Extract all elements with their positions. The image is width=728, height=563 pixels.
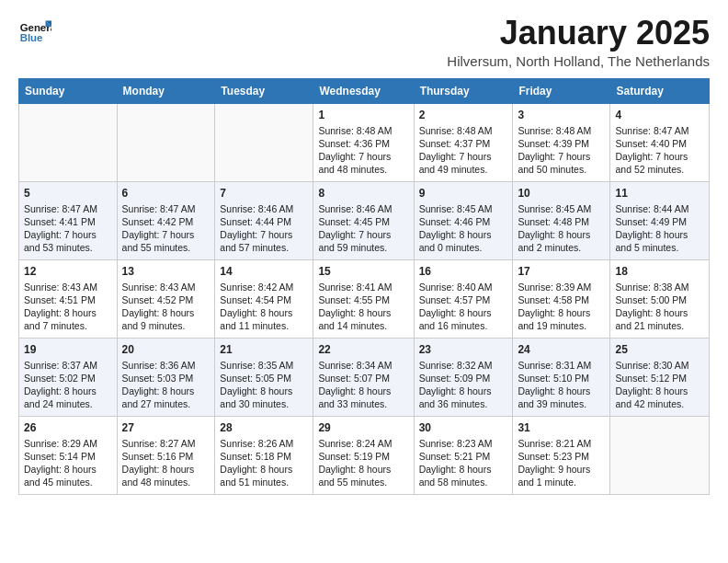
- table-row: 28Sunrise: 8:26 AM Sunset: 5:18 PM Dayli…: [215, 416, 313, 494]
- day-number: 21: [220, 342, 308, 357]
- day-info: Sunrise: 8:27 AM Sunset: 5:16 PM Dayligh…: [122, 437, 210, 489]
- day-number: 28: [220, 420, 308, 435]
- day-info: Sunrise: 8:42 AM Sunset: 4:54 PM Dayligh…: [220, 281, 308, 333]
- table-row: 2Sunrise: 8:48 AM Sunset: 4:37 PM Daylig…: [414, 103, 513, 181]
- table-row: 25Sunrise: 8:30 AM Sunset: 5:12 PM Dayli…: [610, 338, 710, 416]
- day-number: 14: [220, 264, 308, 279]
- day-number: 16: [419, 264, 508, 279]
- day-number: 29: [318, 420, 408, 435]
- location: Hilversum, North Holland, The Netherland…: [447, 53, 710, 69]
- header: General Blue January 2025 Hilversum, Nor…: [18, 15, 710, 69]
- calendar-week-row: 26Sunrise: 8:29 AM Sunset: 5:14 PM Dayli…: [19, 416, 710, 494]
- day-number: 10: [518, 186, 605, 201]
- day-info: Sunrise: 8:44 AM Sunset: 4:49 PM Dayligh…: [615, 202, 704, 255]
- day-number: 26: [24, 420, 112, 435]
- day-info: Sunrise: 8:29 AM Sunset: 5:14 PM Dayligh…: [24, 437, 112, 489]
- day-info: Sunrise: 8:48 AM Sunset: 4:37 PM Dayligh…: [419, 124, 508, 177]
- table-row: 12Sunrise: 8:43 AM Sunset: 4:51 PM Dayli…: [19, 259, 118, 338]
- day-number: 4: [615, 108, 704, 122]
- table-row: 10Sunrise: 8:45 AM Sunset: 4:48 PM Dayli…: [513, 181, 610, 259]
- table-row: 26Sunrise: 8:29 AM Sunset: 5:14 PM Dayli…: [19, 416, 118, 494]
- day-info: Sunrise: 8:21 AM Sunset: 5:23 PM Dayligh…: [518, 437, 605, 489]
- table-row: 19Sunrise: 8:37 AM Sunset: 5:02 PM Dayli…: [19, 338, 118, 416]
- table-row: [19, 103, 118, 181]
- table-row: 21Sunrise: 8:35 AM Sunset: 5:05 PM Dayli…: [215, 338, 313, 416]
- day-number: 5: [24, 186, 112, 201]
- day-info: Sunrise: 8:35 AM Sunset: 5:05 PM Dayligh…: [220, 359, 308, 411]
- table-row: 11Sunrise: 8:44 AM Sunset: 4:49 PM Dayli…: [610, 181, 710, 259]
- table-row: [215, 103, 313, 181]
- day-info: Sunrise: 8:48 AM Sunset: 4:36 PM Dayligh…: [318, 124, 408, 177]
- day-info: Sunrise: 8:38 AM Sunset: 5:00 PM Dayligh…: [615, 281, 704, 333]
- table-row: 7Sunrise: 8:46 AM Sunset: 4:44 PM Daylig…: [215, 181, 313, 259]
- day-number: 17: [518, 264, 605, 279]
- day-number: 11: [615, 186, 704, 201]
- table-row: 9Sunrise: 8:45 AM Sunset: 4:46 PM Daylig…: [414, 181, 513, 259]
- col-friday: Friday: [513, 78, 610, 103]
- day-number: 27: [122, 420, 210, 435]
- day-info: Sunrise: 8:34 AM Sunset: 5:07 PM Dayligh…: [318, 359, 408, 411]
- calendar-header-row: Sunday Monday Tuesday Wednesday Thursday…: [19, 78, 710, 103]
- table-row: 5Sunrise: 8:47 AM Sunset: 4:41 PM Daylig…: [19, 181, 118, 259]
- day-number: 6: [122, 186, 210, 201]
- day-info: Sunrise: 8:37 AM Sunset: 5:02 PM Dayligh…: [24, 359, 112, 411]
- calendar-week-row: 1Sunrise: 8:48 AM Sunset: 4:36 PM Daylig…: [19, 103, 710, 181]
- calendar-week-row: 19Sunrise: 8:37 AM Sunset: 5:02 PM Dayli…: [19, 338, 710, 416]
- table-row: 23Sunrise: 8:32 AM Sunset: 5:09 PM Dayli…: [414, 338, 513, 416]
- col-thursday: Thursday: [414, 78, 513, 103]
- day-info: Sunrise: 8:45 AM Sunset: 4:46 PM Dayligh…: [419, 202, 508, 255]
- day-info: Sunrise: 8:36 AM Sunset: 5:03 PM Dayligh…: [122, 359, 210, 411]
- day-info: Sunrise: 8:24 AM Sunset: 5:19 PM Dayligh…: [318, 437, 408, 489]
- table-row: 17Sunrise: 8:39 AM Sunset: 4:58 PM Dayli…: [513, 259, 610, 338]
- day-number: 23: [419, 342, 508, 357]
- logo-icon: General Blue: [18, 15, 51, 48]
- table-row: 1Sunrise: 8:48 AM Sunset: 4:36 PM Daylig…: [313, 103, 414, 181]
- day-number: 24: [518, 342, 605, 357]
- day-number: 30: [419, 420, 508, 435]
- col-sunday: Sunday: [19, 78, 118, 103]
- day-info: Sunrise: 8:47 AM Sunset: 4:40 PM Dayligh…: [615, 124, 704, 177]
- table-row: [610, 416, 710, 494]
- page: General Blue January 2025 Hilversum, Nor…: [0, 0, 728, 504]
- table-row: 20Sunrise: 8:36 AM Sunset: 5:03 PM Dayli…: [117, 338, 215, 416]
- day-number: 31: [518, 420, 605, 435]
- day-info: Sunrise: 8:26 AM Sunset: 5:18 PM Dayligh…: [220, 437, 308, 489]
- day-number: 15: [318, 264, 408, 279]
- day-number: 9: [419, 186, 508, 201]
- logo: General Blue: [18, 15, 51, 48]
- day-number: 2: [419, 108, 508, 122]
- day-number: 1: [318, 108, 408, 122]
- day-number: 19: [24, 342, 112, 357]
- day-info: Sunrise: 8:48 AM Sunset: 4:39 PM Dayligh…: [518, 124, 605, 177]
- table-row: 13Sunrise: 8:43 AM Sunset: 4:52 PM Dayli…: [117, 259, 215, 338]
- col-monday: Monday: [117, 78, 215, 103]
- day-info: Sunrise: 8:46 AM Sunset: 4:45 PM Dayligh…: [318, 202, 408, 255]
- table-row: 8Sunrise: 8:46 AM Sunset: 4:45 PM Daylig…: [313, 181, 414, 259]
- col-tuesday: Tuesday: [215, 78, 313, 103]
- table-row: 22Sunrise: 8:34 AM Sunset: 5:07 PM Dayli…: [313, 338, 414, 416]
- day-info: Sunrise: 8:45 AM Sunset: 4:48 PM Dayligh…: [518, 202, 605, 255]
- table-row: 16Sunrise: 8:40 AM Sunset: 4:57 PM Dayli…: [414, 259, 513, 338]
- day-number: 18: [615, 264, 704, 279]
- day-info: Sunrise: 8:47 AM Sunset: 4:41 PM Dayligh…: [24, 202, 112, 255]
- table-row: 30Sunrise: 8:23 AM Sunset: 5:21 PM Dayli…: [414, 416, 513, 494]
- day-number: 25: [615, 342, 704, 357]
- day-number: 20: [122, 342, 210, 357]
- calendar-table: Sunday Monday Tuesday Wednesday Thursday…: [18, 78, 710, 495]
- calendar-week-row: 5Sunrise: 8:47 AM Sunset: 4:41 PM Daylig…: [19, 181, 710, 259]
- day-info: Sunrise: 8:43 AM Sunset: 4:51 PM Dayligh…: [24, 281, 112, 333]
- table-row: [117, 103, 215, 181]
- day-info: Sunrise: 8:32 AM Sunset: 5:09 PM Dayligh…: [419, 359, 508, 411]
- day-number: 3: [518, 108, 605, 122]
- day-info: Sunrise: 8:47 AM Sunset: 4:42 PM Dayligh…: [122, 202, 210, 255]
- day-info: Sunrise: 8:40 AM Sunset: 4:57 PM Dayligh…: [419, 281, 508, 333]
- calendar-week-row: 12Sunrise: 8:43 AM Sunset: 4:51 PM Dayli…: [19, 259, 710, 338]
- col-wednesday: Wednesday: [313, 78, 414, 103]
- table-row: 18Sunrise: 8:38 AM Sunset: 5:00 PM Dayli…: [610, 259, 710, 338]
- day-info: Sunrise: 8:41 AM Sunset: 4:55 PM Dayligh…: [318, 281, 408, 333]
- table-row: 3Sunrise: 8:48 AM Sunset: 4:39 PM Daylig…: [513, 103, 610, 181]
- day-info: Sunrise: 8:39 AM Sunset: 4:58 PM Dayligh…: [518, 281, 605, 333]
- table-row: 29Sunrise: 8:24 AM Sunset: 5:19 PM Dayli…: [313, 416, 414, 494]
- day-info: Sunrise: 8:30 AM Sunset: 5:12 PM Dayligh…: [615, 359, 704, 411]
- title-block: January 2025 Hilversum, North Holland, T…: [447, 15, 710, 69]
